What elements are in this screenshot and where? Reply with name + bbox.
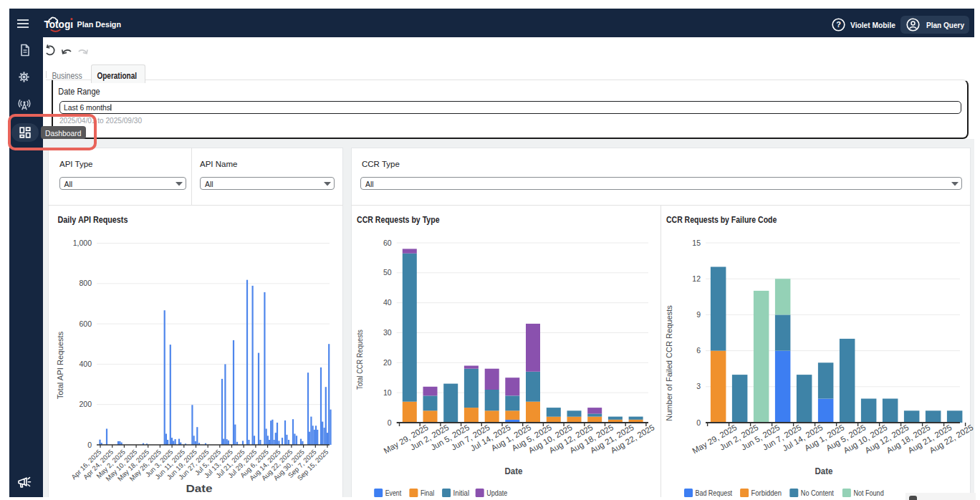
svg-text:6: 6 (696, 346, 701, 355)
svg-text:Date: Date (505, 466, 523, 476)
svg-text:Plan Design: Plan Design (77, 20, 122, 29)
svg-text:Event: Event (385, 489, 402, 497)
svg-text:9: 9 (696, 310, 701, 319)
svg-text:Total API Requests: Total API Requests (56, 332, 64, 400)
svg-text:50: 50 (383, 268, 392, 277)
svg-text:Date: Date (186, 483, 213, 494)
svg-text:Number of Failed CCR Requests: Number of Failed CCR Requests (665, 305, 673, 421)
svg-text:0: 0 (87, 441, 92, 449)
svg-text:Plan Query: Plan Query (926, 21, 965, 29)
svg-text:60: 60 (383, 239, 392, 247)
svg-text:CCR Requests by Failure Code: CCR Requests by Failure Code (666, 214, 777, 225)
svg-text:Forbidden: Forbidden (751, 489, 782, 497)
svg-text:Dashboard: Dashboard (45, 129, 82, 138)
svg-text:Daily API Requests: Daily API Requests (58, 214, 128, 225)
svg-text:CCR Requests by Type: CCR Requests by Type (357, 214, 440, 225)
svg-text:200: 200 (79, 400, 92, 408)
svg-text:Not Found: Not Found (853, 489, 883, 497)
svg-text:0: 0 (388, 418, 392, 427)
svg-text:Total CCR Requests: Total CCR Requests (355, 330, 364, 390)
svg-text:600: 600 (79, 319, 92, 328)
svg-text:Business: Business (52, 71, 82, 81)
svg-text:Violet Mobile: Violet Mobile (850, 21, 895, 29)
svg-text:3: 3 (696, 382, 701, 390)
svg-text:No Content: No Content (801, 489, 834, 497)
svg-text:Operational: Operational (97, 71, 138, 81)
svg-text:30: 30 (383, 328, 392, 337)
svg-text:12: 12 (692, 274, 701, 283)
svg-text:Date Range: Date Range (58, 87, 100, 97)
svg-text:Bad Request: Bad Request (696, 489, 733, 497)
svg-text:Update: Update (486, 489, 507, 497)
svg-text:10: 10 (383, 388, 392, 397)
svg-text:?: ? (836, 20, 841, 29)
svg-text:20: 20 (383, 358, 392, 367)
svg-text:1,000: 1,000 (73, 239, 92, 247)
svg-text:800: 800 (79, 279, 92, 287)
svg-text:400: 400 (79, 360, 92, 368)
svg-text:40: 40 (383, 298, 392, 307)
svg-text:Date: Date (815, 466, 833, 476)
svg-text:0: 0 (696, 418, 701, 427)
svg-text:15: 15 (692, 239, 701, 247)
svg-text:Final: Final (421, 489, 434, 497)
svg-text:Initial: Initial (453, 489, 470, 497)
